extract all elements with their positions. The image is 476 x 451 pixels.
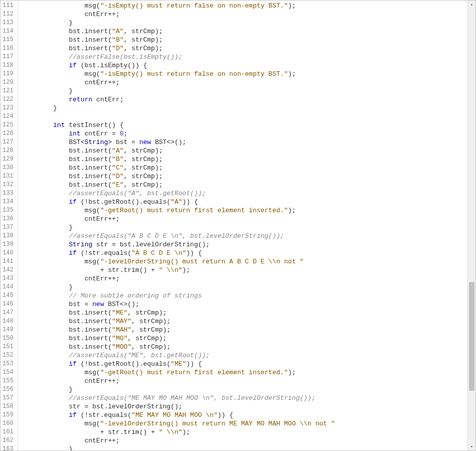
scroll-down-button[interactable]: ▾ xyxy=(468,443,475,450)
code-line[interactable]: bst.insert("MO", strCmp); xyxy=(22,334,335,343)
code-line[interactable]: msg("-levelOrderString() must return ME … xyxy=(22,419,335,428)
code-line[interactable]: msg("-isEmpty() must return false on non… xyxy=(22,70,335,78)
editor-viewport[interactable]: 1111121131141151161171181191201211221231… xyxy=(1,1,468,450)
code-line[interactable] xyxy=(22,112,335,121)
line-number[interactable]: 123 xyxy=(3,104,14,112)
line-number[interactable]: 157 xyxy=(3,394,14,402)
line-number[interactable]: 130 xyxy=(3,164,14,172)
code-line[interactable]: } xyxy=(22,223,335,232)
code-line[interactable]: cntErr++; xyxy=(22,10,335,19)
code-line[interactable]: String str = bst.levelOrderString(); xyxy=(22,240,335,249)
code-content[interactable]: msg("-isEmpty() must return false on non… xyxy=(18,1,335,450)
line-number[interactable]: 117 xyxy=(3,53,14,61)
code-line[interactable]: if (!str.equals("ME MAY MO MAH MOO \n"))… xyxy=(22,411,335,419)
code-line[interactable]: cntErr++; xyxy=(22,274,335,283)
code-line[interactable]: } xyxy=(22,104,335,112)
code-line[interactable]: //assertFalse(bst.isEmpty()); xyxy=(22,53,335,61)
line-number[interactable]: 121 xyxy=(3,87,14,95)
line-number[interactable]: 125 xyxy=(3,121,14,129)
line-number[interactable]: 154 xyxy=(3,368,14,377)
line-number[interactable]: 144 xyxy=(3,283,14,291)
code-line[interactable]: //assertEquals("ME MAY MO MAH MOO \n", b… xyxy=(22,394,335,402)
line-number[interactable]: 118 xyxy=(3,61,14,70)
code-line[interactable]: + str.trim() + " \\n"); xyxy=(22,266,335,274)
line-number[interactable]: 139 xyxy=(3,240,14,249)
code-line[interactable]: //assertEquals("A B C D E \n", bst.level… xyxy=(22,232,335,240)
code-line[interactable]: } xyxy=(22,445,335,450)
line-number[interactable]: 155 xyxy=(3,377,14,385)
code-line[interactable]: msg("-getRoot() must return first elemen… xyxy=(22,206,335,215)
line-number[interactable]: 141 xyxy=(3,257,14,266)
line-number[interactable]: 131 xyxy=(3,172,14,181)
line-number[interactable]: 116 xyxy=(3,44,14,53)
line-number[interactable]: 159 xyxy=(3,411,14,419)
code-line[interactable]: bst.insert("B", strCmp); xyxy=(22,155,335,164)
line-number[interactable]: 150 xyxy=(3,334,14,343)
code-line[interactable]: } xyxy=(22,385,335,394)
line-number[interactable]: 151 xyxy=(3,343,14,351)
line-number[interactable]: 145 xyxy=(3,291,14,300)
line-number[interactable]: 146 xyxy=(3,300,14,309)
line-number-gutter[interactable]: 1111121131141151161171181191201211221231… xyxy=(1,1,18,450)
line-number[interactable]: 161 xyxy=(3,428,14,436)
line-number[interactable]: 162 xyxy=(3,436,14,445)
line-number[interactable]: 136 xyxy=(3,215,14,223)
code-line[interactable]: } xyxy=(22,283,335,291)
line-number[interactable]: 127 xyxy=(3,138,14,146)
code-line[interactable]: bst.insert("E", strCmp); xyxy=(22,181,335,189)
code-line[interactable]: int cntErr = 0; xyxy=(22,129,335,138)
line-number[interactable]: 147 xyxy=(3,309,14,317)
line-number[interactable]: 128 xyxy=(3,146,14,155)
code-line[interactable]: } xyxy=(22,87,335,95)
line-number[interactable]: 120 xyxy=(3,78,14,87)
code-line[interactable]: str = bst.levelOrderString(); xyxy=(22,402,335,411)
line-number[interactable]: 156 xyxy=(3,385,14,394)
line-number[interactable]: 158 xyxy=(3,402,14,411)
code-line[interactable]: return cntErr; xyxy=(22,95,335,104)
line-number[interactable]: 143 xyxy=(3,274,14,283)
code-line[interactable]: // More subtle ordering of strings xyxy=(22,291,335,300)
line-number[interactable]: 126 xyxy=(3,129,14,138)
scrollbar-thumb[interactable] xyxy=(469,282,474,391)
scroll-up-button[interactable]: ▴ xyxy=(468,1,475,8)
code-line[interactable]: } xyxy=(22,19,335,27)
line-number[interactable]: 132 xyxy=(3,181,14,189)
line-number[interactable]: 142 xyxy=(3,266,14,274)
code-line[interactable]: cntErr++; xyxy=(22,78,335,87)
line-number[interactable]: 124 xyxy=(3,112,14,121)
line-number[interactable]: 114 xyxy=(3,27,14,36)
code-line[interactable]: if (!bst.getRoot().equals("A")) { xyxy=(22,198,335,206)
code-line[interactable]: if (!bst.getRoot().equals("ME")) { xyxy=(22,360,335,368)
line-number[interactable]: 140 xyxy=(3,249,14,257)
code-line[interactable]: msg("-isEmpty() must return false on non… xyxy=(22,2,335,10)
line-number[interactable]: 134 xyxy=(3,198,14,206)
code-line[interactable]: //assertEquals("A", bst.getRoot()); xyxy=(22,189,335,198)
code-line[interactable]: bst.insert("A", strCmp); xyxy=(22,27,335,36)
code-line[interactable]: bst.insert("D", strCmp); xyxy=(22,44,335,53)
code-line[interactable]: cntErr++; xyxy=(22,377,335,385)
code-line[interactable]: bst.insert("ME", strCmp); xyxy=(22,309,335,317)
line-number[interactable]: 119 xyxy=(3,70,14,78)
code-line[interactable]: if (bst.isEmpty()) { xyxy=(22,61,335,70)
code-line[interactable]: cntErr++; xyxy=(22,215,335,223)
line-number[interactable]: 163 xyxy=(3,445,14,450)
code-line[interactable]: cntErr++; xyxy=(22,436,335,445)
code-line[interactable]: msg("-levelOrderString() must return A B… xyxy=(22,257,335,266)
code-line[interactable]: msg("-getRoot() must return first elemen… xyxy=(22,368,335,377)
line-number[interactable]: 115 xyxy=(3,36,14,44)
scrollbar-track[interactable] xyxy=(468,8,475,443)
line-number[interactable]: 113 xyxy=(3,19,14,27)
line-number[interactable]: 148 xyxy=(3,317,14,326)
code-line[interactable]: if (!str.equals("A B C D E \n")) { xyxy=(22,249,335,257)
line-number[interactable]: 149 xyxy=(3,326,14,334)
line-number[interactable]: 112 xyxy=(3,10,14,19)
line-number[interactable]: 152 xyxy=(3,351,14,360)
code-line[interactable]: BST<String> bst = new BST<>(); xyxy=(22,138,335,146)
code-line[interactable]: bst.insert("MAY", strCmp); xyxy=(22,317,335,326)
line-number[interactable]: 137 xyxy=(3,223,14,232)
line-number[interactable]: 129 xyxy=(3,155,14,164)
code-line[interactable]: bst.insert("D", strCmp); xyxy=(22,172,335,181)
line-number[interactable]: 111 xyxy=(3,2,14,10)
line-number[interactable]: 122 xyxy=(3,95,14,104)
code-line[interactable]: int testInsert() { xyxy=(22,121,335,129)
